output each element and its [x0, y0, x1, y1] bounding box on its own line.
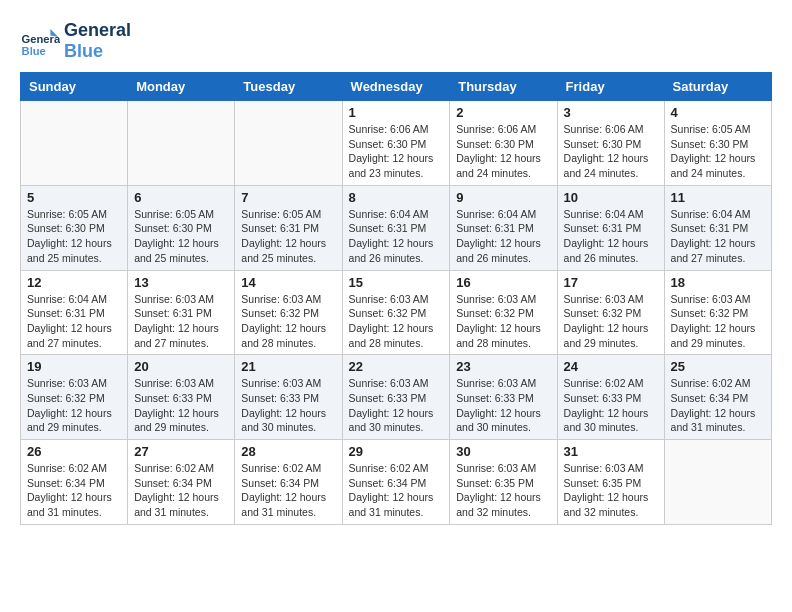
day-number: 7: [241, 190, 335, 205]
day-info: Sunrise: 6:03 AM Sunset: 6:35 PM Dayligh…: [564, 461, 658, 520]
day-info: Sunrise: 6:06 AM Sunset: 6:30 PM Dayligh…: [349, 122, 444, 181]
calendar-cell: 13Sunrise: 6:03 AM Sunset: 6:31 PM Dayli…: [128, 270, 235, 355]
calendar-cell: 16Sunrise: 6:03 AM Sunset: 6:32 PM Dayli…: [450, 270, 557, 355]
logo-icon: General Blue: [20, 21, 60, 61]
day-number: 23: [456, 359, 550, 374]
day-info: Sunrise: 6:02 AM Sunset: 6:34 PM Dayligh…: [349, 461, 444, 520]
day-number: 15: [349, 275, 444, 290]
day-info: Sunrise: 6:02 AM Sunset: 6:34 PM Dayligh…: [134, 461, 228, 520]
calendar-cell: 1Sunrise: 6:06 AM Sunset: 6:30 PM Daylig…: [342, 101, 450, 186]
day-info: Sunrise: 6:03 AM Sunset: 6:35 PM Dayligh…: [456, 461, 550, 520]
day-number: 12: [27, 275, 121, 290]
weekday-header-monday: Monday: [128, 73, 235, 101]
day-number: 30: [456, 444, 550, 459]
day-info: Sunrise: 6:03 AM Sunset: 6:33 PM Dayligh…: [134, 376, 228, 435]
day-info: Sunrise: 6:03 AM Sunset: 6:32 PM Dayligh…: [671, 292, 765, 351]
calendar-cell: 12Sunrise: 6:04 AM Sunset: 6:31 PM Dayli…: [21, 270, 128, 355]
calendar-cell: 8Sunrise: 6:04 AM Sunset: 6:31 PM Daylig…: [342, 185, 450, 270]
calendar-cell: 22Sunrise: 6:03 AM Sunset: 6:33 PM Dayli…: [342, 355, 450, 440]
weekday-header-friday: Friday: [557, 73, 664, 101]
day-number: 6: [134, 190, 228, 205]
day-number: 26: [27, 444, 121, 459]
day-info: Sunrise: 6:03 AM Sunset: 6:32 PM Dayligh…: [27, 376, 121, 435]
day-info: Sunrise: 6:06 AM Sunset: 6:30 PM Dayligh…: [564, 122, 658, 181]
day-info: Sunrise: 6:02 AM Sunset: 6:33 PM Dayligh…: [564, 376, 658, 435]
weekday-header-tuesday: Tuesday: [235, 73, 342, 101]
day-info: Sunrise: 6:04 AM Sunset: 6:31 PM Dayligh…: [27, 292, 121, 351]
calendar-cell: 7Sunrise: 6:05 AM Sunset: 6:31 PM Daylig…: [235, 185, 342, 270]
weekday-header-thursday: Thursday: [450, 73, 557, 101]
calendar-cell: 9Sunrise: 6:04 AM Sunset: 6:31 PM Daylig…: [450, 185, 557, 270]
calendar-cell: 21Sunrise: 6:03 AM Sunset: 6:33 PM Dayli…: [235, 355, 342, 440]
logo-line2: Blue: [64, 41, 131, 62]
day-number: 22: [349, 359, 444, 374]
day-info: Sunrise: 6:03 AM Sunset: 6:33 PM Dayligh…: [241, 376, 335, 435]
calendar-cell: 28Sunrise: 6:02 AM Sunset: 6:34 PM Dayli…: [235, 440, 342, 525]
calendar-cell: 4Sunrise: 6:05 AM Sunset: 6:30 PM Daylig…: [664, 101, 771, 186]
day-info: Sunrise: 6:05 AM Sunset: 6:31 PM Dayligh…: [241, 207, 335, 266]
day-number: 5: [27, 190, 121, 205]
day-number: 18: [671, 275, 765, 290]
day-info: Sunrise: 6:02 AM Sunset: 6:34 PM Dayligh…: [27, 461, 121, 520]
day-info: Sunrise: 6:04 AM Sunset: 6:31 PM Dayligh…: [349, 207, 444, 266]
calendar-week-5: 26Sunrise: 6:02 AM Sunset: 6:34 PM Dayli…: [21, 440, 772, 525]
day-number: 25: [671, 359, 765, 374]
weekday-header-wednesday: Wednesday: [342, 73, 450, 101]
calendar-week-1: 1Sunrise: 6:06 AM Sunset: 6:30 PM Daylig…: [21, 101, 772, 186]
day-info: Sunrise: 6:03 AM Sunset: 6:32 PM Dayligh…: [456, 292, 550, 351]
day-number: 31: [564, 444, 658, 459]
page-header: General Blue General Blue: [20, 20, 772, 62]
calendar-cell: [664, 440, 771, 525]
calendar-table: SundayMondayTuesdayWednesdayThursdayFrid…: [20, 72, 772, 525]
day-info: Sunrise: 6:05 AM Sunset: 6:30 PM Dayligh…: [671, 122, 765, 181]
logo: General Blue General Blue: [20, 20, 131, 62]
calendar-cell: 5Sunrise: 6:05 AM Sunset: 6:30 PM Daylig…: [21, 185, 128, 270]
day-number: 19: [27, 359, 121, 374]
calendar-cell: 10Sunrise: 6:04 AM Sunset: 6:31 PM Dayli…: [557, 185, 664, 270]
calendar-cell: 2Sunrise: 6:06 AM Sunset: 6:30 PM Daylig…: [450, 101, 557, 186]
day-number: 1: [349, 105, 444, 120]
calendar-cell: 24Sunrise: 6:02 AM Sunset: 6:33 PM Dayli…: [557, 355, 664, 440]
day-number: 14: [241, 275, 335, 290]
day-info: Sunrise: 6:03 AM Sunset: 6:31 PM Dayligh…: [134, 292, 228, 351]
day-info: Sunrise: 6:03 AM Sunset: 6:32 PM Dayligh…: [349, 292, 444, 351]
calendar-cell: 20Sunrise: 6:03 AM Sunset: 6:33 PM Dayli…: [128, 355, 235, 440]
day-number: 13: [134, 275, 228, 290]
calendar-cell: [21, 101, 128, 186]
day-number: 3: [564, 105, 658, 120]
calendar-cell: 29Sunrise: 6:02 AM Sunset: 6:34 PM Dayli…: [342, 440, 450, 525]
calendar-cell: 14Sunrise: 6:03 AM Sunset: 6:32 PM Dayli…: [235, 270, 342, 355]
day-info: Sunrise: 6:03 AM Sunset: 6:33 PM Dayligh…: [349, 376, 444, 435]
day-info: Sunrise: 6:02 AM Sunset: 6:34 PM Dayligh…: [671, 376, 765, 435]
day-info: Sunrise: 6:04 AM Sunset: 6:31 PM Dayligh…: [564, 207, 658, 266]
day-number: 4: [671, 105, 765, 120]
svg-text:Blue: Blue: [22, 45, 46, 57]
calendar-cell: 18Sunrise: 6:03 AM Sunset: 6:32 PM Dayli…: [664, 270, 771, 355]
day-number: 24: [564, 359, 658, 374]
day-info: Sunrise: 6:04 AM Sunset: 6:31 PM Dayligh…: [671, 207, 765, 266]
calendar-cell: [128, 101, 235, 186]
day-number: 9: [456, 190, 550, 205]
calendar-week-4: 19Sunrise: 6:03 AM Sunset: 6:32 PM Dayli…: [21, 355, 772, 440]
day-info: Sunrise: 6:03 AM Sunset: 6:32 PM Dayligh…: [241, 292, 335, 351]
calendar-cell: 3Sunrise: 6:06 AM Sunset: 6:30 PM Daylig…: [557, 101, 664, 186]
calendar-cell: 17Sunrise: 6:03 AM Sunset: 6:32 PM Dayli…: [557, 270, 664, 355]
weekday-header-saturday: Saturday: [664, 73, 771, 101]
day-number: 27: [134, 444, 228, 459]
day-info: Sunrise: 6:05 AM Sunset: 6:30 PM Dayligh…: [134, 207, 228, 266]
day-number: 29: [349, 444, 444, 459]
day-info: Sunrise: 6:03 AM Sunset: 6:32 PM Dayligh…: [564, 292, 658, 351]
day-number: 11: [671, 190, 765, 205]
calendar-cell: 26Sunrise: 6:02 AM Sunset: 6:34 PM Dayli…: [21, 440, 128, 525]
day-number: 10: [564, 190, 658, 205]
calendar-cell: 11Sunrise: 6:04 AM Sunset: 6:31 PM Dayli…: [664, 185, 771, 270]
calendar-cell: 27Sunrise: 6:02 AM Sunset: 6:34 PM Dayli…: [128, 440, 235, 525]
weekday-header-row: SundayMondayTuesdayWednesdayThursdayFrid…: [21, 73, 772, 101]
weekday-header-sunday: Sunday: [21, 73, 128, 101]
day-number: 28: [241, 444, 335, 459]
logo-line1: General: [64, 20, 131, 41]
calendar-week-2: 5Sunrise: 6:05 AM Sunset: 6:30 PM Daylig…: [21, 185, 772, 270]
calendar-week-3: 12Sunrise: 6:04 AM Sunset: 6:31 PM Dayli…: [21, 270, 772, 355]
calendar-cell: 25Sunrise: 6:02 AM Sunset: 6:34 PM Dayli…: [664, 355, 771, 440]
day-number: 16: [456, 275, 550, 290]
